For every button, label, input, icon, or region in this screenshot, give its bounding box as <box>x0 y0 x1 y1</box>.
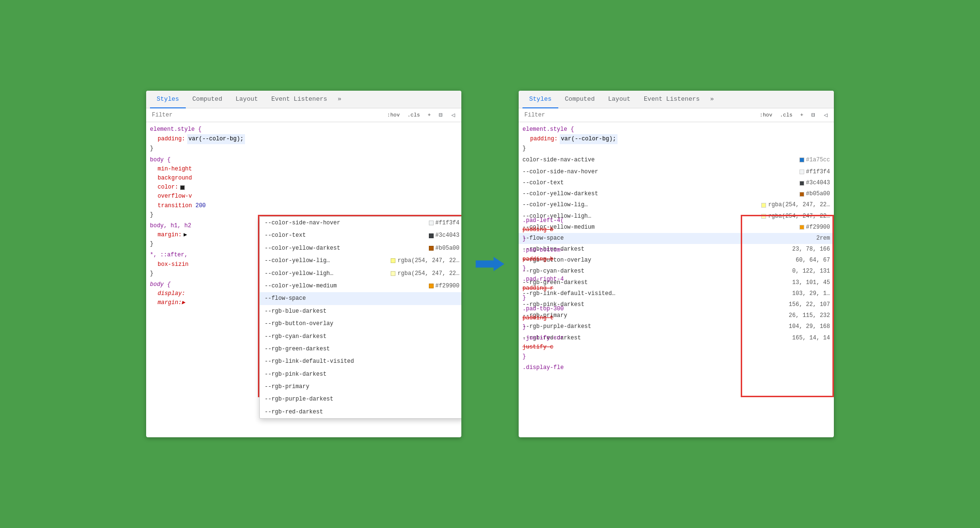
ac-val-0: #f1f3f4 <box>429 218 459 228</box>
right-var-val-11: 103, 29, 1… <box>792 289 830 298</box>
right-toggle-icon[interactable]: ◁ <box>821 111 830 119</box>
right-var-name-0: --color-side-nav-hover <box>522 168 598 177</box>
ac-name-0: --color-side-nav-hover <box>265 218 429 228</box>
right-var-val-4: rgba(254, 247, 22… <box>761 212 830 221</box>
margin-triangle: ▶ <box>183 231 187 240</box>
selector-element-style: element.style { <box>150 126 202 133</box>
direction-arrow <box>476 254 504 274</box>
autocomplete-item-0[interactable]: --color-side-nav-hover #f1f3f4 <box>260 217 461 229</box>
right-add-button[interactable]: + <box>798 111 805 119</box>
autocomplete-item-2[interactable]: --color-yellow-darkest #b05a00 <box>260 242 461 254</box>
left-tab-computed[interactable]: Computed <box>186 91 229 108</box>
autocomplete-item-9[interactable]: --rgb-cyan-darkest <box>260 330 461 343</box>
ac-name-2: --color-yellow-darkest <box>265 243 429 253</box>
ac-name-5: --color-yellow-medium <box>265 281 429 291</box>
right-var-row-2: --color-yellow-darkest #b05a00 <box>519 189 834 200</box>
ac-name-11: --rgb-link-default-visited <box>265 357 459 366</box>
swatch-3 <box>391 258 395 263</box>
close-brace-3: } <box>150 241 153 247</box>
rv-swatch-5 <box>799 225 804 230</box>
hov-button[interactable]: :hov <box>385 111 402 119</box>
left-tab-styles[interactable]: Styles <box>150 91 186 108</box>
body-transition-val: 200 <box>195 202 206 209</box>
autocomplete-dropdown[interactable]: --color-side-nav-hover #f1f3f4 --color-t… <box>259 216 461 419</box>
ac-val-4: rgba(254, 247, 22… <box>391 269 459 278</box>
autocomplete-item-4[interactable]: --color-yellow-ligh… rgba(254, 247, 22… <box>260 267 461 280</box>
styles-icon[interactable]: ⊟ <box>437 111 445 119</box>
left-toolbar: :hov .cls + ⊟ ◁ <box>146 108 461 122</box>
left-tab-more[interactable]: » <box>334 91 345 108</box>
right-var-name-1: --color-text <box>522 179 564 188</box>
cls-button[interactable]: .cls <box>405 111 422 119</box>
right-tab-event-listeners[interactable]: Event Listeners <box>637 91 706 108</box>
right-left-selectors: .pad-left-4( padding-b } .pad-bottom- pa… <box>519 215 633 373</box>
ac-val-5: #f29900 <box>429 281 459 291</box>
swatch-4 <box>391 271 395 276</box>
ac-name-15: --rgb-red-darkest <box>265 407 459 417</box>
right-tab-layout[interactable]: Layout <box>601 91 637 108</box>
autocomplete-item-14[interactable]: --rgb-purple-darkest <box>260 393 461 405</box>
left-tab-layout[interactable]: Layout <box>229 91 265 108</box>
right-tab-computed[interactable]: Computed <box>558 91 601 108</box>
autocomplete-item-10[interactable]: --rgb-green-darkest <box>260 343 461 355</box>
body-transition: transition <box>158 202 192 209</box>
right-pad-bottom-prop: padding-b <box>522 256 554 263</box>
ac-name-3: --color-yellow-lig… <box>265 256 391 265</box>
autocomplete-item-12[interactable]: --rgb-pink-darkest <box>260 368 461 380</box>
svg-marker-0 <box>476 257 504 271</box>
right-var-row-1: --color-text #3c4043 <box>519 178 834 189</box>
autocomplete-item-13[interactable]: --rgb-primary <box>260 380 461 393</box>
right-element-style-rule: element.style { padding: var(--color-bg)… <box>519 124 834 155</box>
right-var-val-10: 13, 101, 45 <box>792 278 830 287</box>
ac-name-8: --rgb-button-overlay <box>265 319 459 328</box>
autocomplete-item-11[interactable]: --rgb-link-default-visited <box>260 355 461 368</box>
right-var-val-0: #f1f3f4 <box>799 168 830 177</box>
rv-swatch-2 <box>799 192 804 197</box>
autocomplete-item-1[interactable]: --color-text #3c4043 <box>260 229 461 242</box>
left-tab-event-listeners[interactable]: Event Listeners <box>265 91 334 108</box>
body-background: background <box>150 174 458 183</box>
left-devtools-panel: Styles Computed Layout Event Listeners »… <box>146 91 461 437</box>
right-close-brace-1: } <box>522 145 526 152</box>
right-devtools-panel: Styles Computed Layout Event Listeners »… <box>519 91 834 437</box>
autocomplete-item-7[interactable]: --rgb-blue-darkest <box>260 305 461 317</box>
swatch-1 <box>429 233 434 238</box>
right-pad-top-rule: .pad-top-300 padding-t } <box>519 304 633 333</box>
right-display-rule: .display-fle <box>519 362 633 373</box>
right-css-rules: element.style { padding: var(--color-bg)… <box>519 122 834 347</box>
right-cls-button[interactable]: .cls <box>778 111 794 119</box>
right-var-val-2: #b05a00 <box>799 190 830 199</box>
right-hov-button[interactable]: :hov <box>758 111 774 119</box>
right-tab-more[interactable]: » <box>706 91 718 108</box>
right-pad-left-prop: padding-b <box>522 226 554 233</box>
right-var-val-3: rgba(254, 247, 22… <box>761 201 830 210</box>
right-tabs: Styles Computed Layout Event Listeners » <box>519 91 834 108</box>
autocomplete-item-15[interactable]: --rgb-red-darkest <box>260 406 461 418</box>
left-filter-input[interactable] <box>150 110 382 120</box>
ac-name-1: --color-text <box>265 231 429 240</box>
left-content: element.style { padding: var(--color-bg)… <box>146 122 461 437</box>
right-var-val-1: #3c4043 <box>799 179 830 188</box>
autocomplete-item-8[interactable]: --rgb-button-overlay <box>260 317 461 330</box>
ac-name-10: --rgb-green-darkest <box>265 344 459 354</box>
right-selector-element-style: element.style { <box>522 126 574 133</box>
right-pad-bottom-rule: .pad-bottom- padding-b } <box>519 245 633 275</box>
autocomplete-item-3[interactable]: --color-yellow-lig… rgba(254, 247, 22… <box>260 254 461 267</box>
color-swatch-black <box>180 185 185 190</box>
right-var-val-13: 26, 115, 232 <box>789 311 830 320</box>
right-var-row-0: --color-side-nav-hover #f1f3f4 <box>519 167 834 178</box>
right-filter-input[interactable] <box>522 110 754 120</box>
rv-swatch-1 <box>799 181 804 186</box>
toggle-icon[interactable]: ◁ <box>449 111 458 119</box>
right-styles-icon[interactable]: ⊟ <box>809 111 818 119</box>
ac-val-3: rgba(254, 247, 22… <box>391 256 459 265</box>
right-tab-styles[interactable]: Styles <box>522 91 558 108</box>
prop-padding-value: var(--color-bg); <box>187 134 245 144</box>
margin-prop: margin:▶ <box>158 298 185 307</box>
ac-name-7: --rgb-blue-darkest <box>265 306 459 316</box>
ac-name-4: --color-yellow-ligh… <box>265 269 391 278</box>
autocomplete-item-5[interactable]: --color-yellow-medium #f29900 <box>260 280 461 292</box>
add-button[interactable]: + <box>426 111 433 119</box>
right-prop-padding-value: var(--color-bg); <box>560 134 618 144</box>
autocomplete-item-6[interactable]: --flow-space <box>260 292 461 305</box>
